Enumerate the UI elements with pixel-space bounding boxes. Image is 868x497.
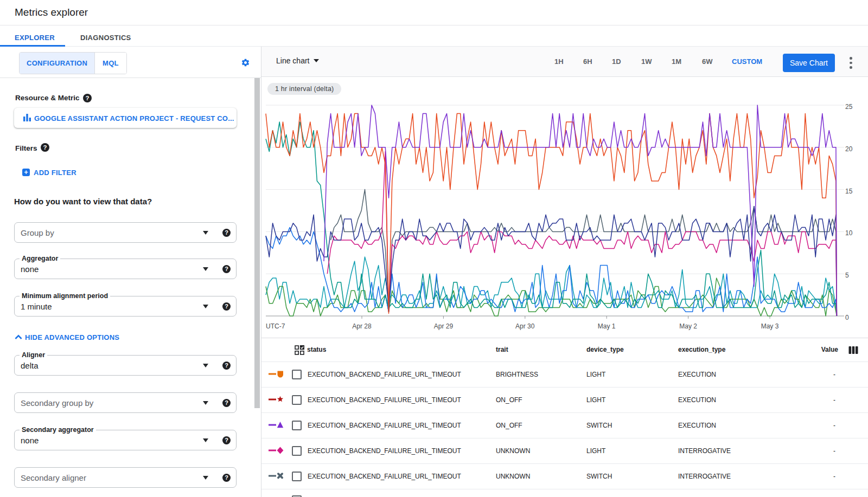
svg-text:Apr 30: Apr 30: [515, 322, 535, 330]
svg-text:20: 20: [845, 145, 853, 153]
svg-text:UTC-7: UTC-7: [266, 322, 285, 330]
svg-text:5: 5: [845, 272, 849, 279]
svg-text:May 1: May 1: [598, 322, 616, 330]
svg-text:Apr 29: Apr 29: [434, 322, 454, 330]
svg-text:0: 0: [845, 314, 849, 321]
svg-text:10: 10: [845, 229, 853, 237]
svg-text:May 2: May 2: [679, 322, 697, 330]
svg-text:May 3: May 3: [761, 322, 779, 330]
svg-text:15: 15: [845, 188, 853, 195]
svg-text:25: 25: [845, 103, 853, 111]
svg-text:Apr 28: Apr 28: [352, 322, 372, 330]
